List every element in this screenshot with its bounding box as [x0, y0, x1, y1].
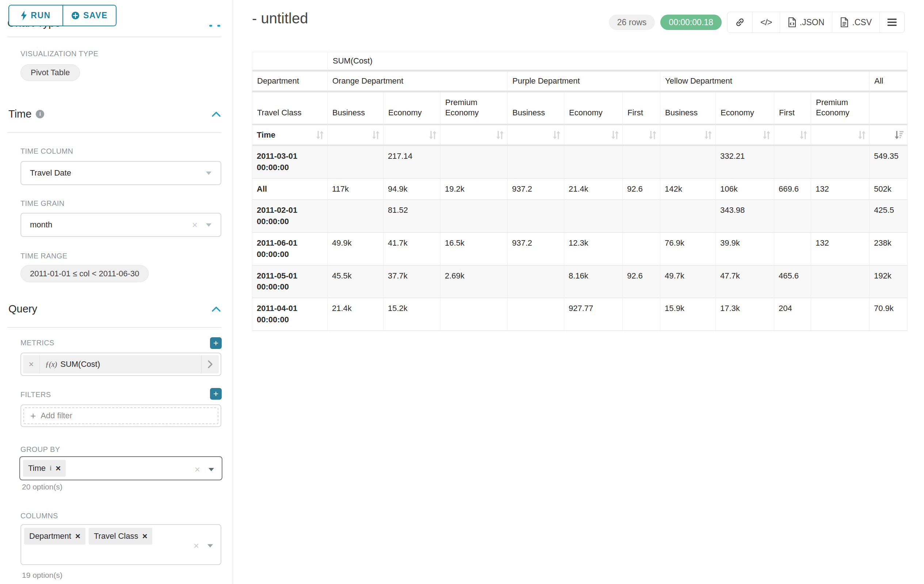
filters-label: FILTERS: [20, 391, 51, 399]
time-section-header: Time i: [8, 108, 221, 120]
travel-class-header: Business: [660, 92, 716, 125]
travel-class-header: Economy: [716, 92, 774, 125]
travel-class-header: Premium Economy: [811, 92, 870, 125]
clear-icon[interactable]: ×: [192, 220, 198, 230]
remove-metric-icon[interactable]: ×: [23, 355, 40, 373]
value-cell: 41.7k: [383, 233, 441, 266]
time-section-title: Time: [8, 108, 31, 120]
value-cell: 94.9k: [383, 179, 441, 201]
collapse-chevron-icon[interactable]: [211, 111, 221, 117]
sort-icon[interactable]: [858, 131, 866, 140]
row-label-cell: 2011-04-01 00:00:00: [252, 298, 328, 331]
row-label-cell: All: [252, 179, 328, 201]
table-row: 2011-02-01 00:00:0081.52343.98425.5: [252, 200, 908, 233]
menu-button[interactable]: [879, 12, 904, 33]
sort-icon[interactable]: [496, 131, 504, 140]
save-button[interactable]: SAVE: [63, 5, 116, 26]
run-save-button-group: RUN SAVE: [8, 5, 117, 26]
row-label-cell: 2011-02-01 00:00:00: [252, 200, 328, 233]
code-icon: </>: [761, 17, 772, 27]
value-cell: [811, 146, 870, 179]
department-group-header: Orange Department: [328, 72, 508, 92]
sort-icon[interactable]: [762, 131, 771, 140]
metric-pill[interactable]: × ƒ(x) SUM(Cost): [23, 355, 219, 373]
value-cell: 117k: [328, 179, 383, 201]
panel-drag-handle[interactable]: [209, 25, 220, 26]
time-grain-label: TIME GRAIN: [20, 199, 64, 208]
sort-cell: [441, 125, 508, 146]
tag-close-icon[interactable]: ×: [75, 532, 80, 541]
value-cell: 21.4k: [564, 179, 623, 201]
value-cell: 45.5k: [328, 266, 383, 299]
add-filter-plus-button[interactable]: +: [210, 388, 222, 400]
value-cell: [441, 200, 508, 233]
value-cell: [564, 200, 623, 233]
share-link-button[interactable]: [728, 12, 752, 33]
add-metric-button[interactable]: +: [210, 337, 222, 349]
chevron-right-icon[interactable]: [201, 355, 219, 373]
pivot-table-container: SUM(Cost)DepartmentOrange DepartmentPurp…: [252, 52, 908, 331]
export-csv-button[interactable]: .CSV: [832, 12, 879, 33]
tag-close-icon[interactable]: ×: [56, 464, 61, 473]
export-button-group: </> .JSON .CSV: [727, 12, 905, 33]
tag-info-icon[interactable]: i: [50, 464, 51, 472]
plus-circle-icon: [71, 12, 79, 20]
groupby-select[interactable]: Time i × ×: [19, 456, 223, 480]
clear-icon[interactable]: ×: [193, 541, 199, 550]
value-cell: 425.5: [870, 200, 908, 233]
department-group-header: All: [870, 72, 908, 92]
embed-code-button[interactable]: </>: [752, 12, 780, 33]
sort-icon[interactable]: [611, 131, 619, 140]
value-cell: 502k: [870, 179, 908, 201]
chevron-down-icon: [207, 544, 213, 548]
value-cell: 332.21: [716, 146, 774, 179]
columns-select[interactable]: Department × Travel Class × ×: [20, 524, 221, 565]
divider: [7, 132, 221, 133]
collapse-chevron-icon[interactable]: [211, 306, 221, 312]
chart-title[interactable]: - untitled: [252, 10, 308, 26]
value-cell: 192k: [870, 266, 908, 299]
value-cell: 15.9k: [660, 298, 716, 331]
sort-icon[interactable]: [429, 131, 437, 140]
sort-icon[interactable]: [553, 131, 561, 140]
table-row: 2011-05-01 00:00:0045.5k37.7k2.69k8.16k9…: [252, 266, 908, 299]
time-range-pill[interactable]: 2011-01-01 ≤ col < 2011-06-30: [20, 265, 148, 282]
value-cell: 669.6: [774, 179, 811, 201]
sort-desc-icon[interactable]: [894, 131, 904, 140]
table-row: 2011-04-01 00:00:0021.4k15.2k927.7715.9k…: [252, 298, 908, 331]
tag-close-icon[interactable]: ×: [142, 532, 147, 541]
lightning-icon: [21, 11, 27, 20]
time-column-select[interactable]: Travel Date: [20, 161, 221, 185]
value-cell: [508, 146, 564, 179]
value-cell: 937.2: [508, 179, 564, 201]
value-cell: [660, 200, 716, 233]
run-button[interactable]: RUN: [9, 5, 63, 26]
row-count-badge: 26 rows: [609, 15, 655, 30]
sort-icon[interactable]: [648, 131, 657, 140]
query-timer-badge: 00:00:00.18: [660, 15, 722, 30]
chevron-down-icon: [208, 467, 214, 472]
chart-panel: - untitled 26 rows 00:00:00.18 </> .JSON: [233, 0, 924, 584]
value-cell: 39.9k: [716, 233, 774, 266]
groupby-tag-time: Time i ×: [23, 460, 66, 477]
value-cell: 937.2: [508, 233, 564, 266]
export-json-button[interactable]: .JSON: [780, 12, 832, 33]
visualization-type-pill[interactable]: Pivot Table: [20, 64, 80, 81]
value-cell: [328, 200, 383, 233]
time-grain-select[interactable]: month ×: [20, 213, 221, 237]
sort-cell: [508, 125, 564, 146]
sort-icon[interactable]: [704, 131, 712, 140]
hamburger-menu-icon: [888, 19, 897, 26]
time-column-label: TIME COLUMN: [20, 147, 73, 155]
sort-icon[interactable]: [316, 131, 324, 140]
travel-class-header: First: [774, 92, 811, 125]
add-filter-button[interactable]: + Add filter: [23, 407, 218, 424]
row-label-cell: 2011-05-01 00:00:00: [252, 266, 328, 299]
value-cell: 92.6: [623, 266, 660, 299]
sort-icon[interactable]: [372, 131, 380, 140]
clear-icon[interactable]: ×: [195, 465, 200, 474]
value-cell: [811, 266, 870, 299]
value-cell: [508, 298, 564, 331]
value-cell: [623, 146, 660, 179]
sort-icon[interactable]: [799, 131, 807, 140]
